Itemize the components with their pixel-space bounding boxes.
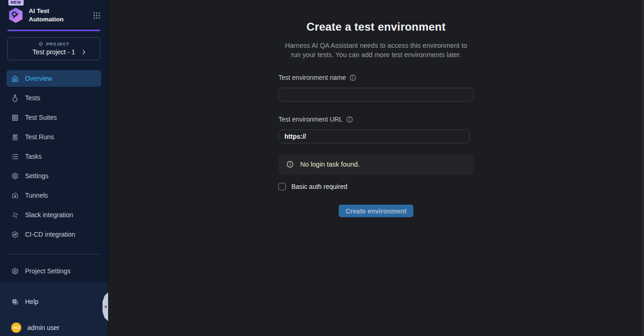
help-label: Help <box>25 298 39 305</box>
sidebar-item-test-runs[interactable]: Test Runs <box>6 129 101 145</box>
sidebar-item-tasks[interactable]: Tasks <box>6 148 101 165</box>
sidebar-item-cicd-integration[interactable]: CI-CD integration <box>6 226 101 243</box>
brand-divider <box>7 30 100 31</box>
sidebar-divider <box>7 254 100 254</box>
gear-icon <box>11 267 19 275</box>
new-badge: NEW <box>8 0 24 6</box>
project-label-row: PROJECT <box>13 41 95 47</box>
sidebar-nav: Overview Tests Test Suites <box>0 70 108 243</box>
svg-text:?: ? <box>13 299 15 303</box>
sidebar-item-label: CI-CD integration <box>25 231 75 238</box>
home-icon <box>11 75 19 83</box>
basic-auth-checkbox[interactable] <box>278 183 286 190</box>
sidebar-item-slack-integration[interactable]: Slack integration <box>6 207 101 223</box>
info-icon <box>286 161 294 168</box>
user-menu[interactable]: AU admin user <box>6 321 101 334</box>
sidebar-item-label: Settings <box>25 172 49 180</box>
sidebar-item-test-suites[interactable]: Test Suites <box>6 109 101 126</box>
user-name: admin user <box>27 324 59 331</box>
environment-name-input[interactable] <box>278 88 474 102</box>
sidebar-item-label: Tunnels <box>25 192 48 199</box>
tunnel-icon <box>11 192 19 200</box>
info-icon[interactable] <box>346 116 353 123</box>
flask-icon <box>11 94 19 102</box>
sidebar-item-label: Test Suites <box>25 114 57 121</box>
info-icon[interactable] <box>349 74 356 81</box>
login-task-notice: No login task found. <box>278 154 474 174</box>
sidebar-item-label: Tests <box>25 94 40 102</box>
project-label: PROJECT <box>46 42 69 46</box>
sidebar-item-label: Overview <box>25 75 52 82</box>
create-environment-form: Create a test environment Harness AI QA … <box>278 20 474 336</box>
sidebar-item-overview[interactable]: Overview <box>6 70 101 87</box>
link-hexagon-icon <box>11 231 19 239</box>
sidebar-item-settings[interactable]: Settings <box>6 168 101 184</box>
sidebar-item-project-settings[interactable]: Project Settings <box>6 263 101 279</box>
chevron-right-icon <box>81 49 87 55</box>
apps-grid-icon[interactable] <box>93 12 100 19</box>
sidebar-item-tunnels[interactable]: Tunnels <box>6 187 101 204</box>
sidebar: NEW AI Test Automation <box>0 0 108 336</box>
avatar: AU <box>11 323 21 333</box>
environment-url-input[interactable] <box>278 129 470 143</box>
app-logo-icon <box>7 7 24 24</box>
project-selector[interactable]: PROJECT Test project - 1 <box>7 37 100 60</box>
sidebar-item-label: Tasks <box>25 153 42 160</box>
app-title: AI Test Automation <box>29 7 64 23</box>
list-icon <box>11 153 19 161</box>
main-content: Create a test environment Harness AI QA … <box>108 0 644 336</box>
gear-icon <box>11 172 19 180</box>
url-field-label-row: Test environment URL <box>278 116 474 123</box>
help-chat-icon: ? <box>11 298 19 306</box>
help-button[interactable]: ? Help <box>6 295 101 308</box>
sidebar-item-tests[interactable]: Tests <box>6 90 101 106</box>
test-runs-icon <box>11 133 19 141</box>
grid-table-icon <box>11 114 19 122</box>
slack-icon <box>11 211 19 219</box>
sidebar-item-label: Slack integration <box>25 211 73 219</box>
url-field-label: Test environment URL <box>278 116 343 123</box>
notice-text: No login task found. <box>300 161 360 168</box>
sidebar-item-label: Test Runs <box>25 133 54 141</box>
name-field-label: Test environment name <box>278 74 346 81</box>
page-title: Create a test environment <box>278 20 474 33</box>
sidebar-footer: ? Help AU admin user <box>0 282 108 336</box>
collapse-arrow-icon <box>104 305 107 309</box>
page-description: Harness AI QA Assistant needs to access … <box>280 41 472 59</box>
cube-icon <box>38 41 44 47</box>
scrollbar-track[interactable] <box>641 0 644 336</box>
create-environment-button[interactable]: Create environment <box>339 205 413 217</box>
sidebar-item-label: Project Settings <box>25 267 71 275</box>
name-field-label-row: Test environment name <box>278 74 474 81</box>
basic-auth-row: Basic auth required <box>278 183 474 190</box>
basic-auth-label: Basic auth required <box>291 183 348 190</box>
